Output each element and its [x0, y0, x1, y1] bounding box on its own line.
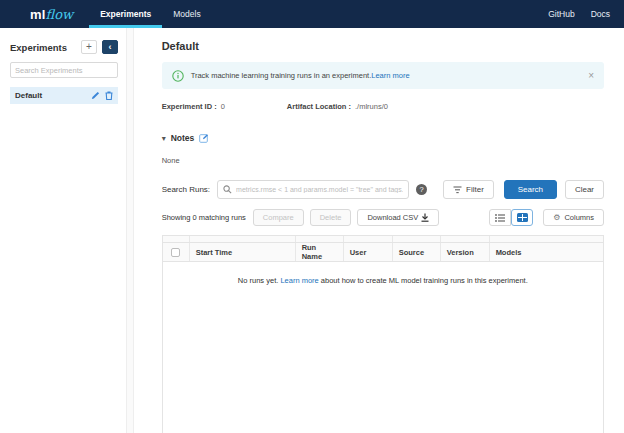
- search-button[interactable]: Search: [504, 180, 557, 199]
- view-toggle: [489, 209, 533, 226]
- info-banner: Track machine learning training runs in …: [162, 62, 604, 89]
- column-header-models[interactable]: Models: [489, 243, 603, 261]
- artifact-location-label: Artifact Location :: [287, 102, 351, 111]
- search-runs-input[interactable]: [236, 186, 403, 193]
- rename-experiment-button[interactable]: [91, 91, 100, 100]
- experiment-detail-pane: Default Track machine learning training …: [134, 28, 624, 433]
- table-header-row: Start Time Run Name User Source Version …: [162, 242, 604, 262]
- collapse-sidebar-button[interactable]: ‹: [102, 40, 118, 54]
- banner-text: Track machine learning training runs in …: [191, 71, 372, 80]
- plus-icon: +: [86, 42, 92, 52]
- empty-state-pre: No runs yet.: [238, 276, 281, 285]
- columns-button[interactable]: ⚙ Columns: [543, 209, 604, 226]
- caret-down-icon: ▾: [162, 134, 166, 143]
- artifact-location-value: ./mlruns/0: [355, 102, 388, 111]
- grid-view-button[interactable]: [511, 209, 533, 226]
- notes-section-header[interactable]: ▾ Notes: [162, 133, 604, 143]
- trash-icon: [105, 91, 113, 100]
- empty-state-learn-more-link[interactable]: Learn more: [280, 276, 318, 285]
- delete-experiment-button[interactable]: [105, 91, 113, 100]
- banner-learn-more-link[interactable]: Learn more: [371, 71, 409, 80]
- empty-state-post: about how to create ML model training ru…: [319, 276, 528, 285]
- table-group-header-row: [162, 235, 604, 242]
- chevron-left-icon: ‹: [108, 43, 111, 52]
- search-runs-row: Search Runs: ? Filter Search Clear: [162, 180, 604, 199]
- column-header-run-name[interactable]: Run Name: [295, 243, 343, 261]
- gear-icon: ⚙: [553, 213, 560, 222]
- experiment-meta: Experiment ID : 0 Artifact Location : ./…: [162, 102, 604, 111]
- logo-flow-text: flow: [46, 7, 74, 22]
- experiment-id-value: 0: [221, 102, 225, 111]
- sidebar-resize-rail[interactable]: [126, 28, 134, 433]
- search-experiments-input[interactable]: [10, 62, 118, 78]
- download-csv-label: Download CSV: [367, 213, 418, 222]
- notes-label: Notes: [171, 133, 195, 143]
- column-header-user[interactable]: User: [343, 243, 392, 261]
- question-icon: ?: [420, 185, 424, 194]
- search-help-button[interactable]: ?: [416, 184, 427, 195]
- select-all-checkbox[interactable]: [171, 248, 180, 257]
- filter-icon: [453, 186, 462, 194]
- mlflow-logo[interactable]: mlflow: [30, 8, 73, 21]
- compare-button[interactable]: Compare: [253, 209, 304, 226]
- delete-button[interactable]: Delete: [310, 209, 352, 226]
- clear-button[interactable]: Clear: [565, 180, 604, 199]
- add-experiment-button[interactable]: +: [81, 40, 97, 54]
- matching-runs-count: Showing 0 matching runs: [162, 213, 246, 222]
- runs-toolbar: Showing 0 matching runs Compare Delete D…: [162, 209, 604, 226]
- page-title: Default: [162, 40, 604, 52]
- nav-links: GitHub Docs: [548, 0, 610, 28]
- sidebar-title: Experiments: [10, 42, 76, 53]
- tab-experiments[interactable]: Experiments: [89, 0, 162, 28]
- pencil-icon: [91, 91, 100, 100]
- table-body: No runs yet. Learn more about how to cre…: [162, 262, 604, 433]
- grid-view-icon: [517, 213, 528, 222]
- notes-value: None: [162, 156, 604, 165]
- close-icon[interactable]: ×: [588, 70, 594, 81]
- column-header-source[interactable]: Source: [392, 243, 440, 261]
- logo-ml-text: ml: [30, 7, 46, 22]
- search-button-label: Search: [518, 185, 543, 194]
- column-header-start-time[interactable]: Start Time: [189, 243, 295, 261]
- download-icon: [421, 213, 429, 222]
- tab-models[interactable]: Models: [162, 0, 211, 28]
- runs-table: Start Time Run Name User Source Version …: [162, 235, 604, 433]
- edit-notes-icon[interactable]: [199, 133, 209, 143]
- list-view-icon: [495, 214, 505, 222]
- empty-state-message: No runs yet. Learn more about how to cre…: [223, 275, 543, 287]
- docs-link[interactable]: Docs: [591, 9, 610, 19]
- columns-button-label: Columns: [564, 213, 594, 222]
- list-view-button[interactable]: [489, 209, 511, 226]
- top-navbar: mlflow Experiments Models GitHub Docs: [0, 0, 624, 28]
- experiment-id-label: Experiment ID :: [162, 102, 217, 111]
- compare-button-label: Compare: [263, 213, 294, 222]
- filter-button[interactable]: Filter: [443, 180, 494, 199]
- search-icon: [223, 185, 232, 194]
- info-icon: [172, 70, 184, 82]
- delete-button-label: Delete: [320, 213, 342, 222]
- download-csv-button[interactable]: Download CSV: [357, 209, 439, 226]
- sidebar-item-default[interactable]: Default: [10, 87, 118, 104]
- search-runs-box: [217, 180, 409, 199]
- nav-tabs: Experiments Models: [89, 0, 211, 28]
- experiments-sidebar: Experiments + ‹ Default: [0, 28, 126, 433]
- clear-button-label: Clear: [575, 185, 594, 194]
- search-runs-label: Search Runs:: [162, 185, 210, 194]
- column-header-version[interactable]: Version: [440, 243, 489, 261]
- filter-button-label: Filter: [466, 185, 484, 194]
- github-link[interactable]: GitHub: [548, 9, 574, 19]
- experiment-name-label: Default: [15, 91, 86, 100]
